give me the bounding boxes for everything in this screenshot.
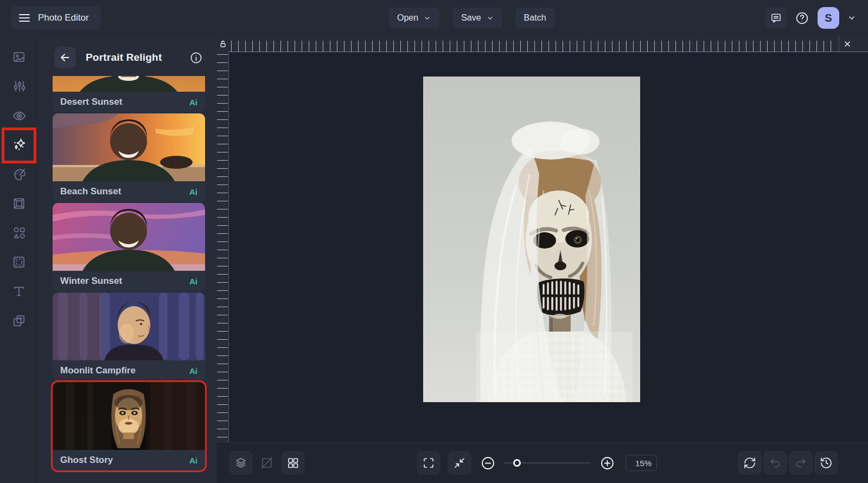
moonlit-campfire-thumbnail (53, 293, 205, 360)
texture-icon (12, 255, 26, 269)
zoom-out-button[interactable] (478, 451, 497, 475)
chevron-down-icon (847, 14, 856, 22)
preset-name: Beach Sunset (60, 186, 121, 197)
preset-winter-sunset[interactable]: Winter Sunset Ai (53, 203, 205, 291)
open-button[interactable]: Open (388, 8, 439, 28)
help-icon (795, 11, 809, 26)
shapes-icon (12, 226, 26, 240)
preset-name: Desert Sunset (60, 97, 122, 107)
preset-label-row: Ghost Story Ai (53, 450, 205, 471)
zoom-out-icon (481, 456, 495, 471)
zoom-in-button[interactable] (598, 451, 616, 475)
history-button[interactable] (814, 451, 838, 475)
ai-badge: Ai (189, 277, 197, 286)
preset-moonlit-campfire[interactable]: Moonlit Campfire Ai (53, 293, 205, 381)
history-clock-icon (820, 456, 833, 469)
close-document-button[interactable] (839, 36, 855, 52)
eye-icon (12, 109, 27, 123)
app-title: Photo Editor (38, 12, 89, 23)
ruler-lock-button[interactable] (217, 36, 229, 52)
sidebar-item-image[interactable] (0, 42, 38, 72)
unlock-icon (219, 40, 227, 48)
preset-desert-sunset[interactable]: Desert Sunset Ai (53, 76, 205, 112)
sidebar-item-color[interactable] (0, 160, 38, 189)
comment-icon (770, 12, 782, 24)
canvas-image[interactable] (423, 77, 640, 402)
frame-icon (12, 196, 26, 211)
copy-layers-icon (12, 314, 26, 328)
image-icon (12, 50, 26, 64)
info-button[interactable] (189, 51, 203, 65)
tool-rail (0, 36, 38, 483)
topbar-right: S (765, 7, 856, 29)
fit-to-screen-button[interactable] (448, 451, 471, 475)
collapse-icon (453, 456, 466, 469)
reset-button[interactable] (738, 451, 762, 475)
app-menu-button[interactable]: Photo Editor (11, 6, 101, 30)
sidebar-item-shapes[interactable] (0, 218, 38, 247)
preset-label-row: Beach Sunset Ai (53, 181, 205, 202)
sidebar-item-text[interactable] (0, 277, 38, 306)
horizontal-ruler (229, 36, 868, 52)
back-button[interactable] (54, 47, 76, 68)
help-button[interactable] (795, 11, 809, 26)
sidebar-item-erase[interactable] (0, 101, 38, 130)
canvas-area[interactable]: 15% (217, 36, 868, 483)
redo-icon (794, 456, 807, 469)
topbar: Photo Editor Open Save Batch (0, 0, 868, 36)
info-icon (189, 51, 203, 65)
bottom-toolbar: 15% (217, 442, 868, 483)
zoom-controls: 15% (417, 451, 657, 475)
redo-button[interactable] (789, 451, 813, 475)
avatar-initial: S (825, 12, 832, 24)
ai-badge: Ai (189, 366, 197, 376)
account-chevron-button[interactable] (847, 14, 856, 22)
layers-icon (234, 456, 247, 469)
grid-view-button[interactable] (281, 451, 305, 475)
zoom-level-value: 15% (635, 459, 652, 468)
file-actions: Open Save Batch (388, 8, 555, 28)
palette-icon (12, 167, 27, 182)
zoom-slider-knob[interactable] (513, 459, 521, 467)
zoom-in-icon (600, 456, 615, 471)
fullscreen-icon (422, 456, 435, 469)
preset-name: Winter Sunset (60, 276, 122, 287)
preset-beach-sunset[interactable]: Beach Sunset Ai (53, 113, 205, 202)
ruler-ticks (217, 54, 228, 440)
sidebar-item-duplicate[interactable] (0, 306, 38, 335)
page-title: Portrait Relight (86, 52, 162, 63)
avatar[interactable]: S (818, 7, 839, 29)
ai-badge: Ai (189, 456, 197, 465)
zoom-slider[interactable] (504, 451, 591, 475)
sidebar-item-frame[interactable] (0, 189, 38, 218)
zoom-level-field[interactable]: 15% (626, 455, 657, 471)
sidebar-item-adjustments[interactable] (0, 72, 38, 101)
preset-label-row: Desert Sunset Ai (53, 92, 205, 112)
sliders-icon (12, 79, 26, 93)
text-icon (12, 284, 26, 298)
desert-sunset-thumbnail (53, 76, 205, 92)
undo-button[interactable] (763, 451, 787, 475)
sidebar-item-texture[interactable] (0, 247, 38, 277)
undo-icon (769, 456, 782, 469)
preset-name: Moonlit Campfire (60, 365, 136, 376)
save-button[interactable]: Save (452, 8, 502, 28)
ghost-story-thumbnail (53, 382, 205, 450)
refresh-icon (743, 456, 756, 469)
compare-icon (260, 456, 273, 469)
preset-panel: Portrait Relight (38, 36, 217, 483)
sidebar-item-relight-ai[interactable] (0, 130, 38, 160)
preset-ghost-story[interactable]: Ghost Story Ai (53, 382, 205, 471)
preset-label-row: Moonlit Campfire Ai (53, 360, 205, 381)
feedback-button[interactable] (765, 7, 787, 29)
batch-button[interactable]: Batch (515, 8, 555, 28)
fullscreen-button[interactable] (417, 451, 441, 475)
arrow-left-icon (59, 52, 71, 63)
beach-sunset-thumbnail (53, 113, 205, 181)
layers-button[interactable] (229, 451, 253, 475)
close-icon (843, 40, 852, 48)
view-tools (229, 451, 305, 475)
compare-button[interactable] (255, 451, 279, 475)
vertical-ruler (217, 52, 229, 442)
preset-label-row: Winter Sunset Ai (53, 271, 205, 291)
